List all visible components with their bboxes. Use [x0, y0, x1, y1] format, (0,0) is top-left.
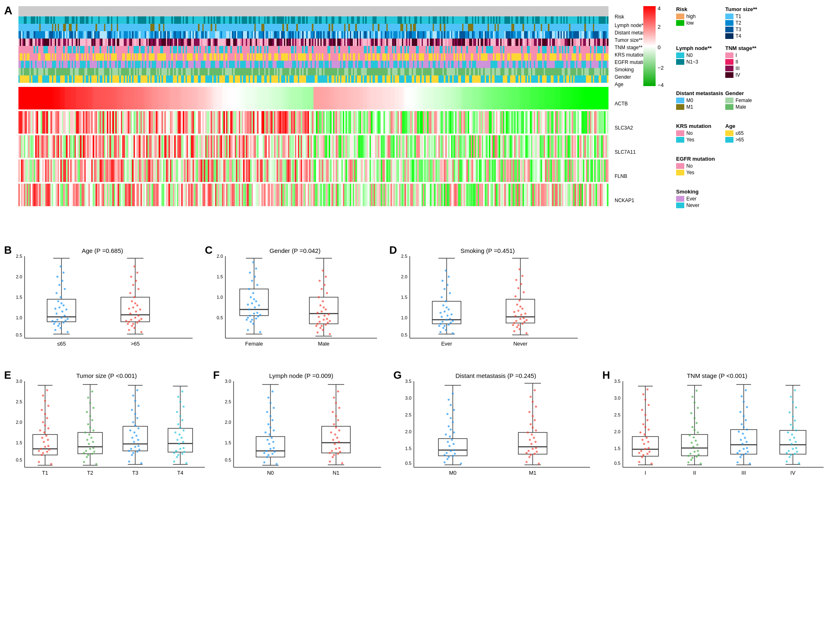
svg-point-261 — [46, 417, 48, 419]
svg-point-541 — [642, 439, 644, 441]
svg-point-460 — [450, 450, 452, 452]
svg-point-122 — [317, 323, 319, 325]
svg-point-92 — [250, 321, 252, 323]
svg-point-71 — [134, 266, 136, 268]
svg-point-180 — [448, 309, 450, 311]
svg-point-183 — [443, 305, 445, 307]
svg-point-491 — [528, 450, 530, 452]
svg-point-639 — [795, 441, 797, 443]
svg-point-466 — [453, 443, 455, 445]
svg-point-645 — [792, 427, 794, 429]
svg-point-260 — [42, 421, 44, 423]
risk-low: low — [676, 20, 696, 26]
svg-point-397 — [273, 430, 275, 432]
svg-point-69 — [130, 276, 132, 278]
svg-point-321 — [136, 435, 138, 437]
svg-point-94 — [252, 323, 254, 325]
svg-point-249 — [48, 449, 50, 451]
svg-point-368 — [186, 462, 188, 464]
svg-point-145 — [324, 284, 326, 286]
svg-point-146 — [319, 280, 321, 282]
svg-point-91 — [257, 316, 259, 318]
svg-point-214 — [524, 313, 527, 315]
svg-text:2.5: 2.5 — [16, 399, 22, 404]
svg-point-175 — [452, 320, 454, 322]
svg-point-621 — [737, 462, 739, 464]
svg-point-585 — [694, 402, 696, 404]
svg-point-430 — [338, 430, 341, 432]
track-label-flnb: FLNB — [615, 173, 627, 179]
svg-point-11 — [61, 317, 63, 319]
svg-point-642 — [791, 434, 793, 436]
svg-point-88 — [251, 319, 253, 321]
svg-point-130 — [322, 329, 324, 331]
svg-point-110 — [249, 272, 251, 274]
svg-point-125 — [323, 319, 325, 321]
age-le65: ≤65 — [725, 130, 744, 136]
svg-point-296 — [86, 411, 88, 413]
svg-point-287 — [86, 439, 89, 441]
svg-point-635 — [796, 451, 798, 453]
svg-point-245 — [40, 448, 42, 450]
svg-point-174 — [438, 325, 440, 327]
svg-point-10 — [59, 323, 61, 325]
svg-point-425 — [338, 441, 340, 443]
svg-point-172 — [449, 318, 451, 320]
svg-point-44 — [128, 321, 130, 323]
svg-point-473 — [448, 425, 450, 428]
svg-point-348 — [184, 451, 186, 453]
svg-point-138 — [317, 312, 319, 314]
svg-point-127 — [327, 322, 329, 324]
svg-point-610 — [738, 431, 740, 433]
track-label-nckap1: NCKAP1 — [615, 198, 634, 203]
svg-text:N0: N0 — [267, 470, 274, 476]
svg-point-574 — [691, 442, 693, 444]
colorbar — [643, 6, 656, 86]
svg-point-73 — [141, 331, 143, 333]
svg-point-387 — [272, 453, 274, 455]
svg-point-165 — [440, 323, 442, 325]
svg-point-65 — [129, 292, 132, 294]
svg-point-258 — [48, 428, 50, 430]
svg-point-505 — [532, 427, 534, 429]
svg-point-572 — [692, 446, 695, 448]
svg-point-537 — [641, 456, 643, 458]
svg-text:Ever: Ever — [441, 341, 452, 347]
svg-text:1.5: 1.5 — [405, 446, 411, 451]
svg-point-35 — [60, 266, 62, 268]
svg-point-588 — [688, 462, 690, 464]
svg-point-540 — [647, 441, 649, 443]
svg-point-404 — [270, 402, 272, 404]
svg-point-549 — [645, 414, 647, 416]
svg-point-246 — [42, 452, 44, 454]
panel-c-title: Gender (P =0.042) — [270, 247, 320, 254]
svg-point-60 — [136, 305, 138, 307]
svg-point-393 — [267, 439, 269, 441]
svg-point-426 — [332, 439, 334, 441]
svg-point-225 — [515, 279, 518, 281]
svg-point-86 — [247, 317, 249, 319]
svg-point-323 — [129, 430, 132, 432]
svg-point-143 — [326, 292, 328, 294]
svg-point-548 — [647, 419, 649, 421]
svg-point-311 — [130, 448, 132, 450]
svg-point-217 — [513, 311, 515, 313]
svg-point-26 — [61, 303, 63, 305]
svg-point-441 — [341, 462, 343, 464]
svg-point-181 — [440, 312, 442, 314]
svg-point-395 — [269, 434, 271, 436]
tnm-III: III — [725, 66, 756, 71]
svg-point-167 — [444, 325, 446, 327]
svg-point-124 — [321, 325, 323, 327]
svg-point-171 — [443, 327, 445, 329]
svg-point-15 — [64, 315, 66, 317]
svg-point-184 — [445, 300, 447, 303]
svg-point-70 — [136, 272, 138, 274]
svg-point-345 — [177, 454, 179, 456]
svg-text:0.5: 0.5 — [401, 332, 407, 337]
svg-point-333 — [136, 389, 138, 391]
tick-0: 0 — [658, 44, 661, 50]
svg-point-458 — [446, 452, 448, 454]
svg-point-288 — [91, 437, 93, 439]
svg-point-428 — [334, 434, 336, 436]
